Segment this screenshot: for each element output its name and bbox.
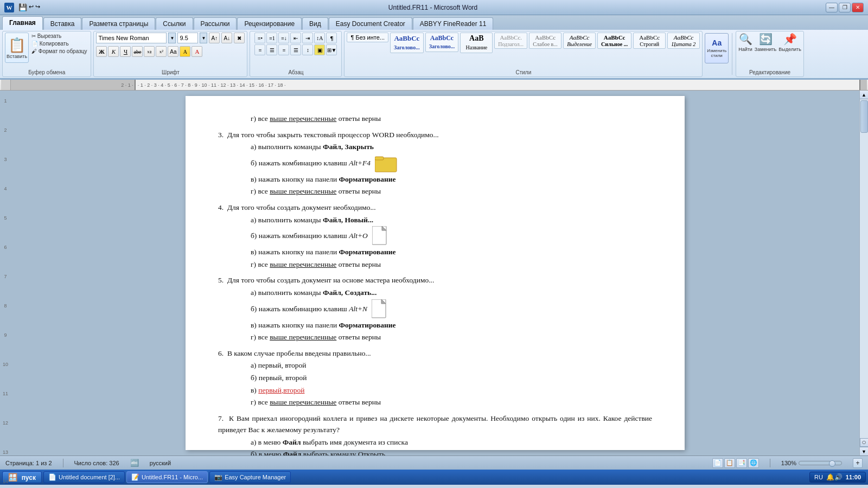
subscript-btn[interactable]: x₂: [144, 46, 155, 57]
tab-review[interactable]: Рецензирование: [237, 17, 302, 30]
tab-view[interactable]: Вид: [302, 17, 328, 30]
clear-format-btn[interactable]: ✖: [234, 33, 245, 43]
margin-num-3: 3: [4, 155, 7, 164]
svg-rect-1: [375, 157, 384, 160]
superscript-btn[interactable]: x²: [156, 46, 167, 57]
scroll-down-btn[interactable]: ▼: [860, 447, 869, 455]
select-label[interactable]: Выделить: [778, 47, 801, 52]
tray-icons: 🔔🔊: [826, 473, 843, 481]
paste-button[interactable]: 📋 Вставить: [5, 33, 29, 63]
font-size-selector[interactable]: 9.5: [177, 33, 198, 43]
format-painter-button[interactable]: 🖌 Формат по образцу: [30, 48, 88, 55]
view-layout-btn[interactable]: 📋: [724, 458, 735, 468]
strikethrough-btn[interactable]: abe: [132, 46, 143, 57]
ruler-scale: 2 · 1 · · 1 · 2 · 3 · 4 · 5 · 6 · 7 · 8 …: [11, 80, 867, 90]
zoom-thumb[interactable]: [829, 460, 835, 467]
ribbon-controls-area: 📋 Вставить ✂ Вырезать 📄 Копировать 🖌 Фор…: [0, 30, 868, 79]
show-marks-btn[interactable]: ¶: [326, 33, 337, 43]
new-file-icon-1: [372, 226, 388, 246]
tab-references[interactable]: Ссылки: [156, 17, 193, 30]
spell-check-icon[interactable]: 🔤: [130, 459, 139, 467]
vertical-scrollbar[interactable]: ▲ ○ ▼: [859, 91, 868, 455]
font-size-dropdown-icon[interactable]: ▼: [200, 33, 207, 43]
doc-q5-c: в) нажать кнопку на панели Форматировани…: [218, 319, 652, 331]
redo-quick-btn[interactable]: ↪: [35, 3, 40, 12]
align-right-btn[interactable]: ≡: [278, 44, 289, 55]
view-normal-btn[interactable]: 📄: [712, 458, 723, 468]
justify-btn[interactable]: ☰: [290, 44, 301, 55]
restore-btn[interactable]: ❐: [839, 3, 851, 12]
tab-abbyy[interactable]: ABBYY FineReader 11: [413, 17, 494, 30]
text-highlight-btn[interactable]: А: [180, 46, 190, 57]
decrease-indent-btn[interactable]: ⇤: [290, 33, 301, 43]
style-title[interactable]: AaBНазвание: [460, 33, 493, 53]
margin-num-2: 2: [4, 125, 7, 135]
undo-quick-btn[interactable]: ↩: [29, 3, 34, 12]
multilevel-btn[interactable]: ≡↓: [278, 33, 289, 43]
scroll-up-btn[interactable]: ▲: [860, 91, 869, 99]
cut-button[interactable]: ✂ Вырезать: [30, 33, 88, 40]
style-quote2[interactable]: AaBbCcЦитата 2: [667, 33, 700, 49]
close-btn[interactable]: ✕: [852, 3, 864, 12]
doc-q5-b: б) нажать комбинацию клавиш Alt+N: [218, 299, 652, 319]
align-left-btn[interactable]: ≡: [254, 44, 265, 55]
style-heading2[interactable]: AaBbCcЗаголово...: [425, 33, 459, 52]
tab-insert[interactable]: Вставка: [43, 17, 82, 30]
shading-btn[interactable]: ▣: [314, 44, 325, 55]
change-styles-btn[interactable]: Аа Изменить стили: [705, 33, 729, 63]
sort-btn[interactable]: ↕A: [314, 33, 325, 43]
change-case-btn[interactable]: Аа: [168, 46, 178, 57]
taskbar-item-1[interactable]: 📄 Untitled document [2]...: [43, 471, 125, 483]
font-grow-btn[interactable]: A↑: [209, 33, 220, 43]
increase-indent-btn[interactable]: ⇥: [302, 33, 313, 43]
clipboard-group: 📋 Вставить ✂ Вырезать 📄 Копировать 🖌 Фор…: [2, 31, 91, 77]
view-web-btn[interactable]: 🌐: [748, 458, 759, 468]
font-shrink-btn[interactable]: A↓: [221, 33, 232, 43]
scroll-thumb[interactable]: [860, 100, 868, 133]
view-reading-btn[interactable]: 📑: [736, 458, 747, 468]
taskbar-item-3[interactable]: 📷 Easy Capture Manager: [209, 471, 291, 483]
style-emphasis[interactable]: AaBbCcВыделение: [563, 33, 596, 49]
tray-lang[interactable]: RU: [814, 474, 823, 480]
doc-question-5: 5. Для того чтобы создать документ на ос…: [218, 274, 652, 286]
style-no-spacing[interactable]: ¶ Без инте...: [347, 33, 388, 42]
zoom-slider[interactable]: 130%: [781, 460, 842, 466]
replace-label[interactable]: Заменить: [755, 47, 776, 52]
save-quick-btn[interactable]: 💾: [18, 3, 27, 12]
find-label[interactable]: Найти: [738, 47, 752, 52]
styles-group: ¶ Без инте... AaBbCcЗаголово... AaBbCcЗа…: [344, 31, 703, 77]
align-center-btn[interactable]: ☰: [266, 44, 277, 55]
copy-button[interactable]: 📄 Копировать: [30, 40, 88, 47]
style-heading1[interactable]: AaBbCcЗаголово...: [390, 33, 424, 53]
style-strict[interactable]: AaBbCcСтрогий: [633, 33, 666, 49]
tab-home[interactable]: Главная: [2, 16, 43, 30]
line-spacing-btn[interactable]: ↕: [302, 44, 313, 55]
style-strong[interactable]: AaBbCcСильное ...: [597, 33, 631, 49]
word-icon: W: [4, 3, 14, 12]
numbering-btn[interactable]: ≡1: [266, 33, 277, 43]
tab-easy-doc[interactable]: Easy Document Creator: [329, 17, 412, 30]
scroll-page-btn[interactable]: ○: [860, 438, 869, 447]
zoom-in-btn[interactable]: +: [853, 458, 863, 468]
style-subtle-emphasis[interactable]: AaBbCcСлабое в...: [529, 33, 561, 49]
minimize-btn[interactable]: —: [826, 3, 838, 12]
font-name-dropdown-icon[interactable]: ▼: [168, 33, 176, 43]
tab-mailings[interactable]: Рассылки: [194, 17, 237, 30]
tab-page-layout[interactable]: Разметка страницы: [82, 17, 155, 30]
zoom-track[interactable]: [799, 461, 842, 465]
font-name-selector[interactable]: Times New Roman: [96, 33, 167, 43]
bullets-btn[interactable]: ≡•: [254, 33, 265, 43]
borders-btn[interactable]: ⊞▼: [326, 44, 337, 55]
taskbar-item-2[interactable]: 📝 Untitled.FR11 - Micro...: [126, 471, 208, 483]
style-subtitle[interactable]: AaBbCc.Подзагол...: [494, 33, 527, 49]
bold-button[interactable]: Ж: [96, 46, 107, 57]
language-indicator[interactable]: русский: [150, 460, 171, 466]
underline-button[interactable]: Ч: [120, 46, 131, 57]
doc-q5-a: а) выполнить команды Файл, Создать...: [218, 287, 652, 299]
italic-button[interactable]: К: [108, 46, 119, 57]
font-color-btn[interactable]: А: [192, 46, 202, 57]
document-page[interactable]: г) все выше перечисленные ответы верны 3…: [186, 96, 685, 450]
doc-q6-c: в) первый,второй: [218, 384, 652, 396]
title-bar: W 💾 ↩ ↪ Untitled.FR11 - Microsoft Word —…: [0, 0, 868, 15]
doc-q4-d: г) все выше перечисленные ответы верны: [218, 259, 652, 271]
